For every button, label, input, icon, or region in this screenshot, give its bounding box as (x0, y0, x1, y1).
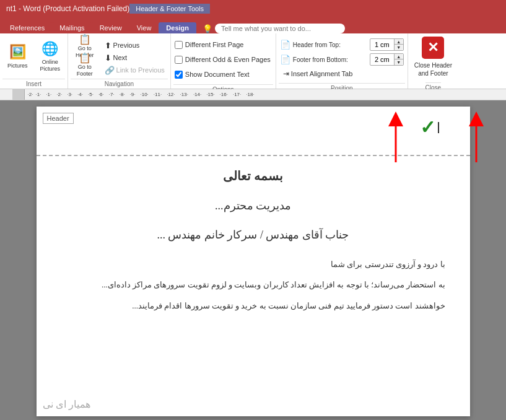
search-bar[interactable] (215, 24, 345, 33)
tab-review[interactable]: Review (92, 22, 129, 33)
goto-footer-label: Go toFooter (77, 64, 93, 77)
lightbulb-icon: 💡 (203, 24, 212, 33)
pictures-label: Pictures (7, 63, 28, 69)
checkmark-symbol: ✓ (420, 116, 435, 138)
online-pictures-label: OnlinePictures (40, 59, 61, 72)
close-header-footer-label: Close Headerand Footer (414, 61, 452, 77)
ruler-mark: ·17· (233, 92, 241, 97)
goto-header-icon: 📋 (79, 33, 91, 45)
link-to-previous-label: Link to Previous (116, 66, 165, 74)
previous-label: Previous (113, 42, 140, 49)
ruler-mark: ·1· (35, 92, 41, 97)
footer-spinner-up[interactable]: ▲ (395, 54, 403, 59)
tab-view[interactable]: View (129, 22, 159, 33)
next-button[interactable]: ⬇ Next (102, 52, 168, 63)
ruler-mark: ·8· (120, 92, 125, 97)
footer-icon: 📄 (280, 55, 290, 64)
cursor (438, 122, 439, 133)
next-icon: ⬇ (105, 53, 111, 63)
close-header-footer-button[interactable]: ✕ Close Headerand Footer (411, 33, 456, 81)
header-from-top-spinner[interactable]: ▲ ▼ (370, 38, 404, 51)
doc-body-line-3: خواهشند است دستور فرمایید تیم فنی سازمان… (61, 299, 445, 313)
different-first-page-checkbox[interactable] (175, 41, 183, 49)
ribbon-group-options: Different First Page Different Odd & Eve… (171, 33, 276, 89)
insert-group-label: Insert (2, 79, 65, 89)
ruler-mark: ·16· (220, 92, 228, 97)
ruler-mark: ·11· (154, 92, 162, 97)
ruler-mark: ·4· (77, 92, 83, 97)
document-area: Header ✓ بسمه تعالی مدیریت محترم... جناب… (0, 100, 506, 420)
footer-from-bottom-spinner[interactable]: ▲ ▼ (370, 53, 404, 66)
ruler-mark: ·2· (56, 92, 62, 97)
next-label: Next (113, 54, 128, 61)
online-pictures-button[interactable]: 🌐 OnlinePictures (35, 40, 66, 74)
different-odd-even-checkbox[interactable] (175, 56, 183, 64)
footer-spinner-arrows: ▲ ▼ (394, 54, 403, 65)
document-body[interactable]: بسمه تعالی مدیریت محترم... جناب آقای مهن… (37, 156, 470, 331)
alignment-icon: ⇥ (283, 69, 289, 78)
show-document-text-option[interactable]: Show Document Text (175, 68, 250, 81)
ruler-mark: ·14· (193, 92, 201, 97)
previous-icon: ⬆ (105, 41, 111, 50)
goto-footer-icon: 📋 (79, 52, 91, 64)
header-spinner-down[interactable]: ▼ (395, 45, 403, 50)
document-header[interactable]: Header ✓ (37, 107, 470, 156)
ruler-mark: ·13· (180, 92, 188, 97)
link-icon: 🔗 (105, 66, 115, 75)
footer-from-bottom-row: 📄 Footer from Bottom: ▲ ▼ (280, 53, 404, 66)
header-from-top-row: 📄 Header from Top: ▲ ▼ (280, 38, 404, 51)
header-label: Header (43, 113, 74, 124)
doc-body-line-2: به استحضار می‌رساند؛ با توجه به افزایش ت… (61, 278, 445, 292)
different-first-page-option[interactable]: Different First Page (175, 38, 244, 51)
tab-design[interactable]: Design (159, 22, 196, 33)
different-first-page-label: Different First Page (185, 41, 244, 48)
goto-buttons: 📋 Go toHeader 📋 Go toFooter (71, 37, 99, 73)
goto-footer-button[interactable]: 📋 Go toFooter (71, 56, 99, 73)
title-bar-text: nt1 - Word (Product Activation Failed) (6, 4, 129, 13)
app-container: nt1 - Word (Product Activation Failed) H… (0, 0, 506, 420)
close-x-icon: ✕ (422, 37, 444, 59)
online-pictures-icon: 🌐 (41, 41, 58, 57)
footer-from-bottom-input[interactable] (370, 56, 394, 63)
search-input[interactable] (221, 25, 339, 32)
link-to-previous-button[interactable]: 🔗 Link to Previous (102, 64, 168, 76)
header-from-top-label: Header from Top: (293, 42, 367, 48)
footer-spinner-down[interactable]: ▼ (395, 59, 403, 65)
ribbon-group-close: ✕ Close Headerand Footer Close (408, 33, 458, 89)
tab-mailings[interactable]: Mailings (52, 22, 92, 33)
show-document-text-checkbox[interactable] (175, 71, 183, 79)
nav-buttons: ⬆ Previous ⬇ Next 🔗 Link to Previous (102, 37, 168, 76)
previous-button[interactable]: ⬆ Previous (102, 40, 168, 51)
footer-from-bottom-label: Footer from Bottom: (293, 56, 367, 63)
insert-alignment-tab-button[interactable]: ⇥ Insert Alignment Tab (280, 68, 356, 79)
different-odd-even-option[interactable]: Different Odd & Even Pages (175, 53, 271, 66)
doc-body-line-1: با درود و آرزوی تندرستی برای شما (61, 257, 445, 271)
ruler: ·2· ·1· ·1· ·2· ·3· ·4· ·5· ·6· ·7· ·8· … (0, 89, 506, 100)
ribbon-tabs-row: References Mailings Review View Design 💡 (0, 17, 506, 33)
ruler-mark: ·6· (98, 92, 104, 97)
title-bar: nt1 - Word (Product Activation Failed) H… (0, 0, 506, 17)
header-spinner-up[interactable]: ▲ (395, 39, 403, 45)
ruler-corner (12, 89, 25, 100)
cursor-area: ✓ (420, 116, 439, 138)
insert-alignment-tab-label: Insert Alignment Tab (291, 70, 352, 77)
ribbon-group-position: 📄 Header from Top: ▲ ▼ 📄 Footer from Bot… (276, 33, 408, 89)
show-document-text-label: Show Document Text (185, 71, 250, 78)
ruler-mark: ·18· (246, 92, 254, 97)
pictures-icon: 🖼️ (9, 44, 26, 60)
doc-line-3: جناب آقای مهندس / سرکار خانم مهندس ... (61, 228, 445, 242)
doc-line-2: مدیریت محترم... (61, 199, 445, 212)
ruler-mark: ·5· (88, 92, 94, 97)
ribbon-label: Header & Footer Tools (129, 4, 210, 14)
ruler-mark: ·7· (109, 92, 115, 97)
header-from-top-input[interactable] (370, 41, 394, 48)
ruler-mark: ·15· (206, 92, 214, 97)
different-odd-even-label: Different Odd & Even Pages (185, 56, 271, 63)
ruler-marks: ·2· ·1· ·1· ·2· ·3· ·4· ·5· ·6· ·7· ·8· … (25, 92, 506, 97)
pictures-button[interactable]: 🖼️ Pictures (2, 40, 33, 74)
tab-references[interactable]: References (2, 22, 52, 33)
ribbon-content: 🖼️ Pictures 🌐 OnlinePictures Insert 📋 Go… (0, 33, 506, 89)
ruler-mark: ·9· (130, 92, 136, 97)
header-icon: 📄 (280, 40, 290, 50)
watermark: همیار ای نی (43, 398, 91, 410)
